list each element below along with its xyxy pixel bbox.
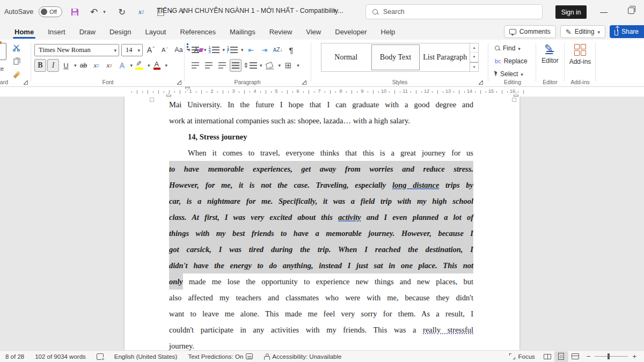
numbering-button[interactable]: 123	[208, 43, 220, 56]
text-segment[interactable]: couldn't participate in any activities w…	[169, 326, 423, 334]
minimize-button[interactable]: —	[598, 8, 610, 16]
sign-in-button[interactable]: Sign in	[555, 5, 587, 19]
text-line[interactable]: 14, Stress journey	[169, 129, 473, 145]
shading-button[interactable]	[264, 59, 276, 72]
styles-more-icon[interactable]: ▾	[470, 62, 478, 71]
text-segment[interactable]: things with my best friends to have a me…	[169, 229, 473, 238]
text-segment[interactable]: However, for me, it is not the case. Tra…	[169, 181, 392, 189]
focus-mode-button[interactable]: Focus	[504, 351, 540, 362]
borders-button[interactable]	[282, 59, 294, 72]
print-layout-button[interactable]	[554, 351, 568, 362]
text-line[interactable]: only made me lose the opportunity to exp…	[169, 274, 473, 290]
text-segment[interactable]: When it comes to travel, everyone thinks…	[188, 149, 473, 157]
text-segment[interactable]: and I even planned a lot of	[361, 213, 473, 221]
styles-scrollbar[interactable]: ▴ ▾ ▾	[470, 43, 479, 72]
text-line[interactable]: didn't have the energy to do anything, i…	[169, 257, 473, 274]
font-dialog-launcher-icon[interactable]	[177, 80, 181, 85]
underline-button[interactable]	[60, 59, 72, 72]
clipboard-dialog-launcher-icon[interactable]	[24, 80, 28, 85]
text-line[interactable]: also affected my teachers and classmates…	[169, 290, 473, 306]
document-page[interactable]: Mai University. In the future I hope tha…	[125, 97, 519, 350]
styles-scroll-up-icon[interactable]: ▴	[470, 43, 478, 53]
text-line[interactable]: class. At first, I was very excited abou…	[169, 209, 473, 225]
line-spacing-button[interactable]	[243, 59, 257, 72]
horizontal-ruler[interactable]: 12345678910111213141516	[0, 87, 644, 97]
show-formatting-button[interactable]	[286, 43, 297, 56]
text-segment[interactable]: car, is a nightmare for me. Specifically…	[169, 197, 473, 205]
comments-button[interactable]: Comments	[504, 25, 556, 38]
copy-icon[interactable]	[13, 57, 20, 67]
save-icon[interactable]	[68, 5, 82, 19]
underline-dropdown-icon[interactable]	[74, 63, 77, 68]
text-segment[interactable]: activity	[338, 213, 361, 221]
tab-developer[interactable]: Developer	[328, 24, 374, 40]
document-text[interactable]: Mai University. In the future I hope tha…	[169, 97, 473, 350]
font-size-combobox[interactable]: 14	[121, 44, 143, 56]
text-segment[interactable]: want to leave me alone. This made me fee…	[169, 309, 473, 318]
zoom-out-button[interactable]: −	[587, 352, 591, 360]
text-segment[interactable]: only	[169, 274, 183, 290]
paste-button[interactable]	[0, 43, 9, 64]
text-segment[interactable]: made me lose the opportunity to experien…	[183, 277, 473, 286]
bullets-button[interactable]	[189, 43, 201, 56]
replace-button[interactable]: Replace	[489, 55, 536, 68]
hanging-indent-marker[interactable]	[166, 93, 171, 97]
grow-font-button[interactable]	[145, 43, 157, 56]
text-line[interactable]: However, for me, it is not the case. Tra…	[169, 177, 473, 193]
increase-indent-button[interactable]	[259, 43, 270, 56]
change-case-button[interactable]	[173, 43, 185, 56]
paragraph-dialog-launcher-icon[interactable]	[302, 80, 306, 85]
sort-button[interactable]	[272, 43, 284, 56]
justify-button[interactable]	[230, 59, 241, 72]
zoom-in-button[interactable]: +	[632, 352, 636, 360]
style-body-text[interactable]: Body Text	[371, 45, 419, 70]
language-indicator[interactable]: English (United States)	[109, 351, 183, 362]
editor-button[interactable]: Editor	[538, 44, 562, 64]
text-line[interactable]: couldn't participate in any activities w…	[169, 322, 473, 338]
page-indicator[interactable]: 8 of 28	[0, 351, 30, 362]
shrink-font-button[interactable]	[159, 43, 171, 56]
text-highlight-button[interactable]	[134, 59, 145, 72]
tab-mailings[interactable]: Mailings	[223, 24, 262, 40]
accessibility-status[interactable]: Accessibility: Unavailable	[258, 351, 347, 362]
tab-references[interactable]: References	[173, 24, 223, 40]
addins-button[interactable]: Add-ins	[568, 44, 592, 65]
text-segment[interactable]: got carsick, I was tired during the trip…	[169, 245, 473, 254]
text-line[interactable]: got carsick, I was tired during the trip…	[169, 241, 473, 257]
tab-review[interactable]: Review	[262, 24, 299, 40]
text-segment[interactable]: also affected my teachers and classmates…	[169, 293, 473, 302]
tab-draw[interactable]: Draw	[72, 24, 103, 40]
text-line[interactable]: to have memorable experiences, get away …	[169, 161, 473, 177]
italic-button[interactable]	[47, 59, 59, 72]
text-effects-button[interactable]	[116, 59, 128, 72]
editing-mode-button[interactable]: Editing	[560, 25, 605, 38]
styles-scroll-down-icon[interactable]: ▾	[470, 53, 478, 62]
align-left-button[interactable]	[189, 59, 201, 72]
multilevel-list-button[interactable]: 1ai	[226, 43, 238, 56]
text-predictions[interactable]: Text Predictions: On	[182, 351, 258, 362]
tab-view[interactable]: View	[299, 24, 328, 40]
style-list-paragraph[interactable]: List Paragraph	[422, 45, 469, 70]
tab-home[interactable]: Home	[8, 24, 41, 40]
undo-icon[interactable]	[87, 5, 101, 19]
tab-insert[interactable]: Insert	[41, 24, 72, 40]
subscript-icon[interactable]: x2	[134, 5, 148, 19]
text-line[interactable]: car, is a nightmare for me. Specifically…	[169, 193, 473, 209]
text-line[interactable]: When it comes to travel, everyone thinks…	[169, 145, 473, 161]
read-mode-button[interactable]	[540, 351, 554, 362]
text-segment[interactable]: trips by	[439, 181, 473, 189]
autosave-toggle[interactable]: Off	[39, 6, 62, 17]
text-line[interactable]: things with my best friends to have a me…	[169, 225, 473, 241]
scissors-icon[interactable]	[13, 44, 20, 54]
text-segment[interactable]: long distance	[392, 181, 439, 189]
text-segment[interactable]: 14, Stress journey	[188, 132, 247, 141]
bold-button[interactable]	[34, 59, 46, 72]
find-button[interactable]: Find	[489, 42, 536, 55]
text-segment[interactable]: didn't have the energy to do anything, i…	[169, 261, 473, 270]
strikethrough-button[interactable]	[78, 59, 90, 72]
redo-icon[interactable]	[115, 5, 129, 19]
text-line[interactable]: Mai University. In the future I hope tha…	[169, 97, 473, 113]
text-line[interactable]: work at international companies such as:…	[169, 113, 473, 129]
tab-design[interactable]: Design	[103, 24, 138, 40]
share-button[interactable]: Share	[610, 25, 644, 38]
